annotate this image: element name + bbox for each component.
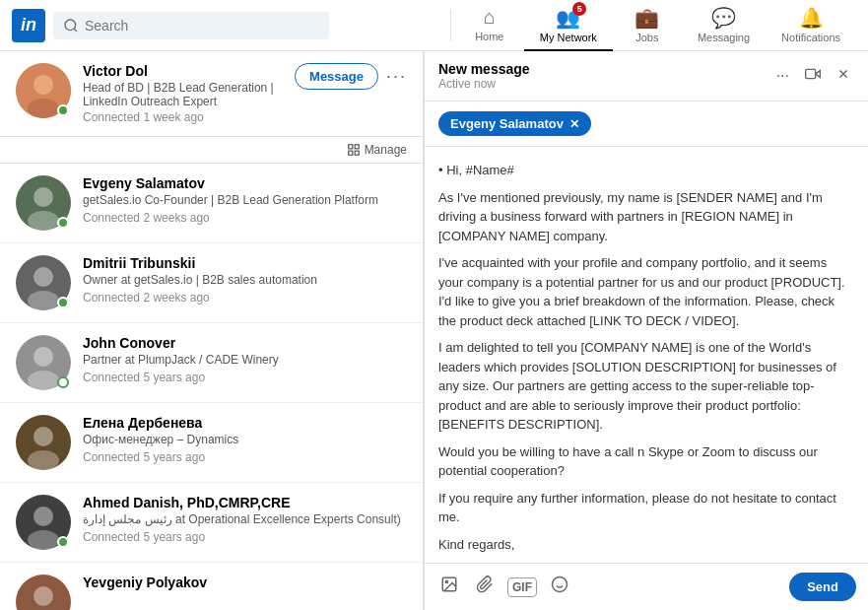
contact-title: Офис-менеджер – Dynamics <box>83 433 407 448</box>
contact-title: Owner at getSales.io | B2B sales automat… <box>83 273 407 289</box>
svg-point-19 <box>33 427 53 446</box>
svg-rect-6 <box>355 145 359 149</box>
message-status: Active now <box>438 77 530 91</box>
attach-image-button[interactable] <box>436 572 462 602</box>
message-more-button[interactable]: ··· <box>772 63 793 89</box>
contact-item[interactable]: Evgeny Salamatov getSales.io Co-Founder … <box>0 164 423 243</box>
svg-marker-27 <box>816 71 821 78</box>
recipient-bar: Evgeny Salamatov ✕ <box>425 102 868 147</box>
victor-title: Head of BD | B2B Lead Generation | Linke… <box>83 81 283 108</box>
away-dot <box>57 376 69 388</box>
linkedin-logo[interactable]: in <box>12 9 45 42</box>
search-input[interactable] <box>85 18 319 34</box>
nav-item-home[interactable]: ⌂ Home <box>455 0 524 50</box>
message-header: New message Active now ··· <box>425 51 868 102</box>
contact-info: John Conover Partner at PlumpJack / CADE… <box>83 335 407 384</box>
svg-point-22 <box>33 507 53 526</box>
contact-list: Evgeny Salamatov getSales.io Co-Founder … <box>0 164 423 610</box>
victor-connected: Connected 1 week ago <box>83 110 283 124</box>
contact-item[interactable]: Елена Дербенева Офис-менеджер – Dynamics… <box>0 403 423 483</box>
nav-items: ⌂ Home 👥 5 My Network 💼 Jobs 💬 Messaging… <box>446 0 856 51</box>
my-network-badge: 5 <box>572 2 586 16</box>
message-title: New message <box>438 61 530 77</box>
emoji-button[interactable] <box>547 572 572 602</box>
gif-button[interactable]: GIF <box>507 577 537 597</box>
message-paragraph: I've acquainted with your profile and co… <box>438 253 854 330</box>
search-bar[interactable] <box>53 12 329 39</box>
nav-item-notifications[interactable]: 🔔 Notifications <box>766 0 856 51</box>
svg-point-16 <box>33 347 53 367</box>
avatar-wrap <box>16 575 71 610</box>
message-footer: GIF Send <box>425 563 868 610</box>
contact-name: Елена Дербенева <box>83 415 407 431</box>
svg-point-10 <box>33 187 53 207</box>
contact-name: John Conover <box>83 335 407 351</box>
avatar-svg <box>16 575 71 610</box>
nav-item-messaging[interactable]: 💬 Messaging <box>682 0 766 51</box>
svg-point-25 <box>33 586 53 606</box>
nav-home-label: Home <box>475 31 503 42</box>
online-dot <box>57 297 69 308</box>
message-paragraph: If you require any further information, … <box>438 489 854 527</box>
svg-point-20 <box>28 450 59 470</box>
nav-item-my-network[interactable]: 👥 5 My Network <box>524 0 613 51</box>
footer-icons: GIF <box>436 572 572 602</box>
online-dot <box>57 536 69 548</box>
recipient-chip[interactable]: Evgeny Salamatov ✕ <box>438 111 591 136</box>
image-icon <box>440 576 458 593</box>
contact-name: Evgeny Salamatov <box>83 175 407 191</box>
victor-info: Victor Dol Head of BD | B2B Lead Generat… <box>83 63 283 124</box>
contact-item[interactable]: Ahmed Danish, PhD,CMRP,CRE رئيس مجلس إدا… <box>0 483 423 563</box>
more-options-button[interactable]: ··· <box>386 66 407 87</box>
contact-item[interactable]: Dmitrii Tribunskii Owner at getSales.io … <box>0 243 423 323</box>
avatar-svg <box>16 415 71 470</box>
left-panel: Victor Dol Head of BD | B2B Lead Generat… <box>0 51 424 610</box>
jobs-icon: 💼 <box>634 6 659 30</box>
message-paragraph: Would you be willing to have a call n Sk… <box>438 442 854 481</box>
profile-header: Victor Dol Head of BD | B2B Lead Generat… <box>0 51 423 137</box>
message-body[interactable]: • Hi, #Name#As I've mentioned previously… <box>425 147 868 563</box>
avatar-wrap <box>16 495 71 550</box>
send-button[interactable]: Send <box>789 573 856 601</box>
manage-button[interactable]: Manage <box>347 143 407 157</box>
svg-line-1 <box>74 29 77 32</box>
avatar-wrap <box>16 175 71 231</box>
video-icon <box>805 66 821 82</box>
nav-notifications-label: Notifications <box>781 32 840 43</box>
recipient-name: Evgeny Salamatov <box>450 116 564 131</box>
my-network-icon: 👥 5 <box>556 6 580 30</box>
contact-connected: Connected 5 years ago <box>83 530 407 544</box>
manage-row: Manage <box>0 137 423 164</box>
message-button[interactable]: Message <box>295 63 378 90</box>
contact-item[interactable]: John Conover Partner at PlumpJack / CADE… <box>0 323 423 403</box>
message-header-left: New message Active now <box>438 61 530 91</box>
nav-item-jobs[interactable]: 💼 Jobs <box>613 0 682 51</box>
contact-avatar <box>16 575 71 610</box>
profile-actions: Message ··· <box>295 63 407 90</box>
svg-point-32 <box>445 580 447 582</box>
message-video-button[interactable] <box>801 62 825 90</box>
close-icon <box>836 67 850 81</box>
message-close-button[interactable] <box>833 63 854 89</box>
nav-divider <box>450 10 451 41</box>
attach-file-button[interactable] <box>472 572 498 602</box>
contact-title: getSales.io Co-Founder | B2B Lead Genera… <box>83 193 407 209</box>
victor-online-indicator <box>57 104 69 116</box>
svg-point-23 <box>28 530 59 550</box>
emoji-icon <box>551 576 568 593</box>
victor-name: Victor Dol <box>83 63 283 79</box>
svg-point-4 <box>28 99 59 118</box>
contact-name: Dmitrii Tribunskii <box>83 255 407 271</box>
contact-connected: Connected 5 years ago <box>83 450 407 464</box>
contact-name: Ahmed Danish, PhD,CMRP,CRE <box>83 495 407 510</box>
contact-item[interactable]: Yevgeniy Polyakov <box>0 563 423 610</box>
contact-title: Partner at PlumpJack / CADE Winery <box>83 353 407 369</box>
contact-info: Елена Дербенева Офис-менеджер – Dynamics… <box>83 415 407 464</box>
avatar-wrap <box>16 335 71 390</box>
top-navigation: in ⌂ Home 👥 5 My Network 💼 Jobs 💬 <box>0 0 868 51</box>
remove-recipient-button[interactable]: ✕ <box>569 117 579 131</box>
contact-info: Yevgeniy Polyakov <box>83 575 407 592</box>
svg-point-11 <box>28 211 59 231</box>
paperclip-icon <box>476 576 494 593</box>
victor-avatar-wrap <box>16 63 71 118</box>
